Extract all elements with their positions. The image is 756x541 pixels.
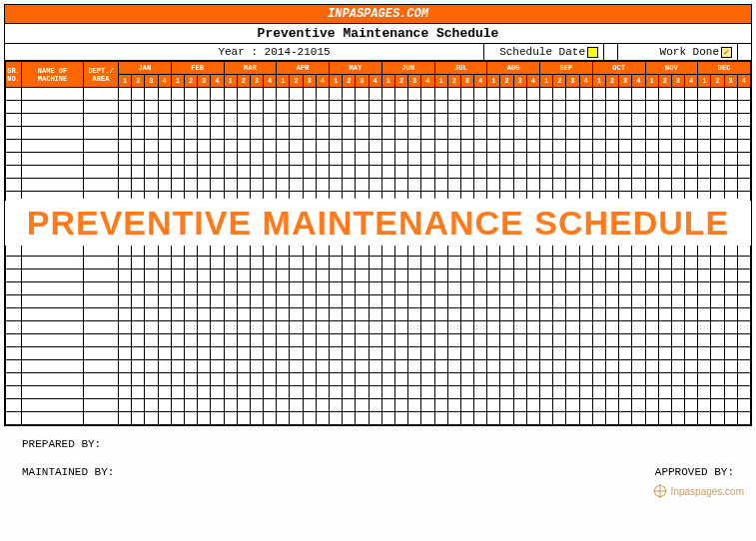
cell-week[interactable] bbox=[330, 205, 343, 218]
cell-week[interactable] bbox=[421, 244, 434, 257]
cell-week[interactable] bbox=[330, 127, 343, 140]
cell-week[interactable] bbox=[711, 153, 724, 166]
cell-week[interactable] bbox=[671, 270, 684, 282]
cell-week[interactable] bbox=[434, 373, 447, 386]
cell-dept[interactable] bbox=[84, 270, 119, 282]
cell-week[interactable] bbox=[303, 347, 316, 360]
cell-week[interactable] bbox=[171, 347, 184, 360]
cell-week[interactable] bbox=[566, 282, 579, 295]
cell-week[interactable] bbox=[250, 282, 263, 295]
cell-week[interactable] bbox=[658, 231, 671, 244]
cell-week[interactable] bbox=[250, 218, 263, 231]
cell-week[interactable] bbox=[394, 295, 407, 308]
cell-week[interactable] bbox=[184, 101, 197, 114]
cell-week[interactable] bbox=[658, 321, 671, 334]
cell-week[interactable] bbox=[447, 88, 460, 101]
cell-week[interactable] bbox=[330, 114, 343, 127]
cell-week[interactable] bbox=[264, 244, 277, 257]
cell-week[interactable] bbox=[184, 205, 197, 218]
cell-week[interactable] bbox=[592, 114, 605, 127]
cell-week[interactable] bbox=[658, 218, 671, 231]
cell-week[interactable] bbox=[632, 373, 645, 386]
cell-week[interactable] bbox=[540, 399, 553, 412]
cell-week[interactable] bbox=[343, 153, 356, 166]
cell-week[interactable] bbox=[474, 166, 487, 179]
cell-week[interactable] bbox=[303, 399, 316, 412]
cell-week[interactable] bbox=[724, 140, 737, 153]
cell-week[interactable] bbox=[605, 127, 618, 140]
cell-week[interactable] bbox=[421, 399, 434, 412]
cell-week[interactable] bbox=[330, 373, 343, 386]
cell-week[interactable] bbox=[619, 231, 632, 244]
cell-week[interactable] bbox=[119, 192, 132, 205]
cell-week[interactable] bbox=[737, 321, 750, 334]
cell-week[interactable] bbox=[381, 179, 394, 192]
cell-week[interactable] bbox=[632, 295, 645, 308]
cell-week[interactable] bbox=[487, 308, 500, 321]
cell-week[interactable] bbox=[330, 244, 343, 257]
cell-week[interactable] bbox=[145, 231, 158, 244]
cell-week[interactable] bbox=[343, 88, 356, 101]
cell-dept[interactable] bbox=[84, 244, 119, 257]
cell-week[interactable] bbox=[171, 205, 184, 218]
cell-week[interactable] bbox=[658, 412, 671, 425]
cell-week[interactable] bbox=[658, 179, 671, 192]
cell-week[interactable] bbox=[119, 179, 132, 192]
cell-week[interactable] bbox=[487, 114, 500, 127]
cell-week[interactable] bbox=[632, 399, 645, 412]
cell-week[interactable] bbox=[460, 140, 473, 153]
cell-week[interactable] bbox=[303, 140, 316, 153]
cell-week[interactable] bbox=[119, 399, 132, 412]
cell-week[interactable] bbox=[579, 127, 592, 140]
cell-week[interactable] bbox=[237, 179, 250, 192]
cell-week[interactable] bbox=[224, 179, 237, 192]
cell-week[interactable] bbox=[316, 360, 329, 373]
cell-week[interactable] bbox=[513, 347, 526, 360]
cell-week[interactable] bbox=[119, 360, 132, 373]
cell-week[interactable] bbox=[211, 334, 224, 347]
cell-week[interactable] bbox=[408, 166, 421, 179]
cell-week[interactable] bbox=[158, 308, 171, 321]
cell-sr[interactable] bbox=[6, 373, 22, 386]
cell-week[interactable] bbox=[421, 334, 434, 347]
cell-week[interactable] bbox=[711, 360, 724, 373]
cell-week[interactable] bbox=[408, 347, 421, 360]
cell-week[interactable] bbox=[566, 140, 579, 153]
cell-week[interactable] bbox=[408, 321, 421, 334]
cell-week[interactable] bbox=[211, 270, 224, 282]
cell-week[interactable] bbox=[250, 205, 263, 218]
cell-week[interactable] bbox=[526, 205, 539, 218]
cell-week[interactable] bbox=[237, 244, 250, 257]
cell-week[interactable] bbox=[145, 386, 158, 399]
cell-week[interactable] bbox=[119, 257, 132, 270]
cell-week[interactable] bbox=[132, 412, 145, 425]
cell-sr[interactable] bbox=[6, 347, 22, 360]
cell-week[interactable] bbox=[605, 114, 618, 127]
cell-week[interactable] bbox=[369, 334, 381, 347]
cell-week[interactable] bbox=[724, 347, 737, 360]
cell-week[interactable] bbox=[632, 179, 645, 192]
cell-week[interactable] bbox=[343, 321, 356, 334]
cell-week[interactable] bbox=[619, 386, 632, 399]
cell-week[interactable] bbox=[211, 257, 224, 270]
cell-dept[interactable] bbox=[84, 257, 119, 270]
cell-week[interactable] bbox=[500, 101, 513, 114]
cell-week[interactable] bbox=[224, 153, 237, 166]
cell-week[interactable] bbox=[619, 257, 632, 270]
cell-week[interactable] bbox=[645, 179, 658, 192]
cell-week[interactable] bbox=[369, 166, 381, 179]
cell-week[interactable] bbox=[316, 308, 329, 321]
cell-week[interactable] bbox=[698, 399, 711, 412]
cell-week[interactable] bbox=[132, 192, 145, 205]
cell-week[interactable] bbox=[500, 218, 513, 231]
cell-week[interactable] bbox=[671, 179, 684, 192]
cell-week[interactable] bbox=[434, 205, 447, 218]
cell-week[interactable] bbox=[369, 347, 381, 360]
cell-week[interactable] bbox=[277, 88, 290, 101]
cell-week[interactable] bbox=[566, 321, 579, 334]
cell-week[interactable] bbox=[698, 360, 711, 373]
cell-week[interactable] bbox=[447, 127, 460, 140]
cell-week[interactable] bbox=[605, 244, 618, 257]
cell-sr[interactable] bbox=[6, 218, 22, 231]
cell-week[interactable] bbox=[632, 386, 645, 399]
